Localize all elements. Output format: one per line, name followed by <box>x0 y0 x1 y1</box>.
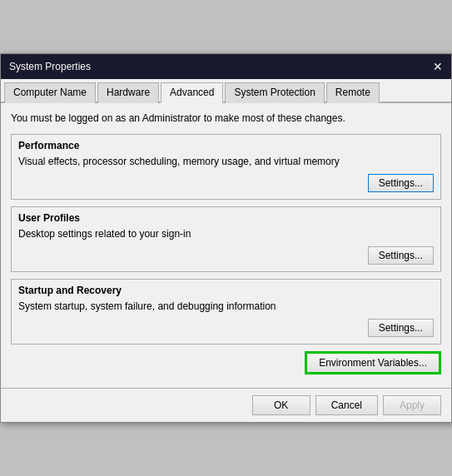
performance-title: Performance <box>18 140 434 151</box>
bottom-bar: OK Cancel Apply <box>1 388 451 422</box>
user-profiles-btn-row: Settings... <box>18 246 434 265</box>
window-title: System Properties <box>9 61 91 72</box>
ok-button[interactable]: OK <box>252 395 310 415</box>
performance-section: Performance Visual effects, processor sc… <box>11 134 441 200</box>
env-variables-row: Environment Variables... <box>11 351 441 374</box>
apply-button[interactable]: Apply <box>383 395 441 415</box>
admin-notice: You must be logged on as an Administrato… <box>11 112 441 126</box>
performance-btn-row: Settings... <box>18 174 434 192</box>
tab-computer-name[interactable]: Computer Name <box>4 82 96 103</box>
environment-variables-button[interactable]: Environment Variables... <box>305 351 441 374</box>
tab-remote[interactable]: Remote <box>326 82 380 103</box>
user-profiles-title: User Profiles <box>18 212 434 224</box>
system-properties-window: System Properties ✕ Computer Name Hardwa… <box>0 53 452 422</box>
startup-recovery-title: Startup and Recovery <box>18 285 434 296</box>
user-profiles-section: User Profiles Desktop settings related t… <box>11 206 441 272</box>
user-profiles-settings-button[interactable]: Settings... <box>368 246 434 265</box>
performance-settings-button[interactable]: Settings... <box>368 174 434 192</box>
tab-advanced[interactable]: Advanced <box>161 82 223 103</box>
close-button[interactable]: ✕ <box>433 61 443 72</box>
startup-recovery-btn-row: Settings... <box>18 319 434 337</box>
user-profiles-description: Desktop settings related to your sign-in <box>18 227 434 241</box>
cancel-button[interactable]: Cancel <box>315 395 378 415</box>
tab-content: You must be logged on as an Administrato… <box>1 103 451 387</box>
startup-recovery-description: System startup, system failure, and debu… <box>18 300 434 314</box>
title-bar: System Properties ✕ <box>1 54 451 79</box>
tab-strip: Computer Name Hardware Advanced System P… <box>1 79 451 103</box>
performance-description: Visual effects, processor scheduling, me… <box>18 155 434 169</box>
tab-hardware[interactable]: Hardware <box>97 82 159 103</box>
startup-recovery-section: Startup and Recovery System startup, sys… <box>11 279 441 345</box>
tab-system-protection[interactable]: System Protection <box>225 82 324 103</box>
startup-recovery-settings-button[interactable]: Settings... <box>368 319 434 337</box>
